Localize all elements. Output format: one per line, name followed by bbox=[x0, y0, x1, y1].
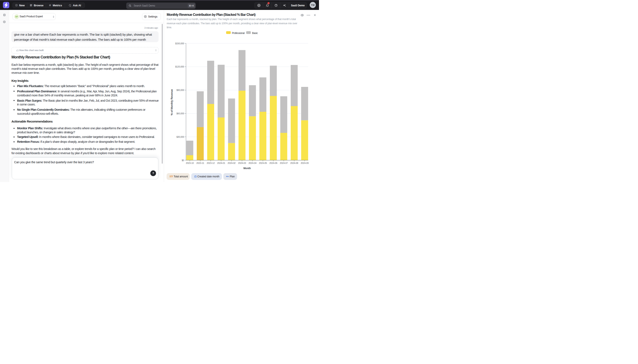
svg-text:2024-03: 2024-03 bbox=[238, 162, 246, 164]
svg-text:2024-08: 2024-08 bbox=[290, 162, 298, 164]
svg-text:$30,000: $30,000 bbox=[176, 136, 184, 138]
svg-text:2024-09: 2024-09 bbox=[301, 162, 309, 164]
svg-text:2023-12: 2023-12 bbox=[207, 162, 215, 164]
svg-text:$150,000: $150,000 bbox=[175, 42, 184, 45]
svg-text:2024-01: 2024-01 bbox=[217, 162, 225, 164]
svg-text:$60,000: $60,000 bbox=[176, 112, 184, 115]
svg-text:2024-06: 2024-06 bbox=[269, 162, 277, 164]
svg-text:$120,000: $120,000 bbox=[175, 66, 184, 68]
svg-text:2024-07: 2024-07 bbox=[280, 162, 288, 164]
svg-text:2023-10: 2023-10 bbox=[186, 162, 194, 164]
svg-text:2024-05: 2024-05 bbox=[259, 162, 267, 164]
svg-text:2024-02: 2024-02 bbox=[228, 162, 236, 164]
svg-text:% of Monthly Revenue: % of Monthly Revenue bbox=[170, 89, 173, 115]
svg-text:Month: Month bbox=[243, 167, 251, 170]
svg-text:$90,000: $90,000 bbox=[176, 89, 184, 91]
svg-text:2023-11: 2023-11 bbox=[196, 162, 204, 164]
svg-text:2024-04: 2024-04 bbox=[248, 162, 256, 164]
svg-text:$0: $0 bbox=[182, 159, 184, 162]
